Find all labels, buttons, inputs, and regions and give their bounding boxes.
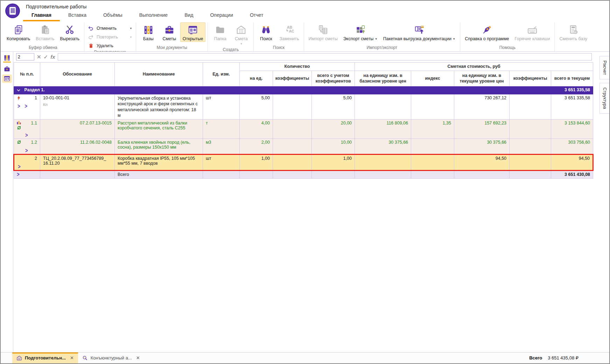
- header-cost-total[interactable]: всего в текущем: [551, 71, 593, 86]
- group-clipboard: Копировать Вставить: [2, 22, 84, 51]
- header-cost-base[interactable]: на единицу изм. в базисном уровне цен: [355, 71, 411, 86]
- batch-upload-dropdown-icon[interactable]: ▼: [453, 37, 455, 41]
- table-row[interactable]: 1.1 > 07.2.07.13-0015 Расстрел металличе…: [14, 120, 593, 139]
- about-button[interactable]: Справка о программе: [462, 22, 511, 42]
- redo-button[interactable]: Повторить ▼: [88, 34, 132, 40]
- undo-button[interactable]: Отменить ▼: [88, 25, 132, 31]
- header-cost-cur[interactable]: на единицу изм. в текущем уровне цен: [454, 71, 510, 86]
- tab-glavnaya[interactable]: Главная: [23, 10, 60, 21]
- header-name[interactable]: Наименование: [115, 63, 203, 86]
- redo-dropdown-icon[interactable]: ▼: [120, 36, 132, 39]
- expand-chevron-icon[interactable]: >: [17, 103, 20, 109]
- copy-label: Копировать: [7, 36, 30, 41]
- header-qty-coef[interactable]: коэффициенты: [273, 71, 312, 86]
- expand-chevron-icon[interactable]: >: [25, 132, 28, 138]
- new-folder-button[interactable]: Папка: [210, 22, 230, 42]
- row-cost-base: [355, 94, 411, 120]
- find-button[interactable]: Поиск: [256, 22, 276, 42]
- undo-dropdown-icon[interactable]: ▼: [120, 27, 132, 30]
- change-base-label: Сменить базу: [559, 36, 587, 41]
- new-estimate-dropdown-icon[interactable]: ▼: [240, 42, 243, 45]
- tab-obyomy[interactable]: Объёмы: [95, 10, 131, 21]
- tab-vypolnenie[interactable]: Выполнение: [131, 10, 176, 21]
- header-cost-coef[interactable]: коэффициенты: [510, 71, 551, 86]
- table-row[interactable]: 1 > > 10-01-001-01 Кп: [14, 94, 593, 120]
- export-estimate-label: Экспорт сметы ▼: [343, 36, 378, 41]
- row-cost-base: [355, 155, 411, 171]
- side-tab-calc[interactable]: Расчет: [600, 56, 609, 79]
- expand-chevron-icon[interactable]: >: [18, 164, 21, 169]
- rail-opened-button[interactable]: [2, 74, 12, 83]
- expand-chevron-icon[interactable]: >: [25, 148, 28, 153]
- table-row[interactable]: 1.2 > 11.2.06.02-0048 Балка клееная хвой…: [14, 139, 593, 155]
- new-estimate-button[interactable]: Смета ▼: [231, 22, 251, 47]
- recalc-cycle-icon: [17, 140, 21, 144]
- tab-vid[interactable]: Вид: [176, 10, 202, 21]
- redo-icon: [88, 34, 94, 40]
- row-unit: шт: [203, 155, 240, 171]
- header-cost-group[interactable]: Сметная стоимость, руб: [355, 63, 593, 71]
- row-qty-total: 10,00: [312, 139, 355, 155]
- header-unit[interactable]: Ед. изм.: [203, 63, 240, 86]
- doc-tab-konyunkturny[interactable]: Конъюнктурный а... ✕: [78, 352, 144, 363]
- header-basis[interactable]: Обоснование: [40, 63, 115, 86]
- expand-chevron-icon[interactable]: >: [25, 103, 28, 109]
- delete-button[interactable]: Удалить: [88, 43, 132, 49]
- section-row[interactable]: Раздел 1. 3 651 335,58: [14, 86, 593, 94]
- row-total: 3 651 335,58: [551, 94, 593, 120]
- left-rail: [1, 52, 13, 352]
- expand-chevron-icon[interactable]: >: [17, 171, 20, 177]
- row-number: 1: [35, 95, 37, 100]
- formula-cancel-icon[interactable]: ✕: [37, 54, 41, 59]
- chart-bars-icon: [17, 121, 21, 124]
- row-unit: шт: [203, 94, 240, 120]
- estimate-house-icon: [236, 24, 247, 35]
- opened-label: Открытые: [183, 36, 203, 41]
- header-qty-total[interactable]: всего с учетом коэффициентов: [312, 71, 355, 86]
- header-qty-per[interactable]: на ед.: [240, 71, 273, 86]
- side-tab-structure[interactable]: Структура: [600, 83, 609, 114]
- estimate-grid: № п.п. Обоснование Наименование Ед. изм.…: [13, 62, 600, 352]
- tab-vstavka[interactable]: Вставка: [60, 10, 95, 21]
- row-qty-total: 1,00: [312, 155, 355, 171]
- header-num[interactable]: № п.п.: [14, 63, 40, 86]
- rail-bases-button[interactable]: [2, 53, 12, 63]
- copy-button[interactable]: Копировать: [4, 22, 33, 42]
- opened-button[interactable]: Открытые: [180, 22, 206, 42]
- tab-operacii[interactable]: Операции: [202, 10, 241, 21]
- new-folder-label: Папка: [214, 36, 226, 41]
- opened-windows-icon: [3, 75, 10, 82]
- formula-accept-icon[interactable]: ✓: [44, 54, 48, 59]
- header-qty-group[interactable]: Количество: [240, 63, 355, 71]
- doc-tab-podgotovitelnye[interactable]: Подготовительн... ✕: [12, 352, 78, 363]
- undo-label: Отменить: [97, 26, 117, 31]
- statusbar-total-label: Всего: [529, 355, 542, 361]
- replace-button[interactable]: AB AC Заменить: [277, 22, 301, 42]
- hotkeys-label: Горячие клавиши: [515, 36, 550, 41]
- row-qty-per: 1,00: [240, 155, 273, 171]
- cell-reference-input[interactable]: [16, 53, 34, 60]
- export-estimate-button[interactable]: Экспорт сметы ▼: [341, 22, 380, 42]
- paste-button[interactable]: Вставить: [33, 22, 57, 42]
- row-name: Балка клееная хвойных пород (ель, сосна)…: [115, 139, 203, 155]
- bases-button[interactable]: Базы: [138, 22, 159, 42]
- export-dropdown-icon[interactable]: ▼: [375, 37, 378, 41]
- hotkeys-button[interactable]: Горячие клавиши: [512, 22, 553, 42]
- section-collapse-icon[interactable]: [17, 87, 20, 92]
- estimates-button[interactable]: Сметы: [159, 22, 180, 42]
- selected-table-row[interactable]: 2 > ТЦ_20.2.08.09_77_773456789_ 16.11.20…: [14, 155, 593, 171]
- change-base-button[interactable]: Сменить базу: [557, 22, 590, 42]
- import-icon: [317, 24, 329, 35]
- trash-icon: [88, 43, 94, 49]
- import-estimate-button[interactable]: Импорт сметы: [306, 22, 340, 42]
- close-icon[interactable]: ✕: [135, 355, 140, 361]
- cut-button[interactable]: Вырезать: [57, 22, 82, 42]
- rail-estimates-button[interactable]: [2, 65, 12, 73]
- formula-input[interactable]: [58, 53, 592, 60]
- totals-label: Всего: [115, 171, 203, 179]
- tab-otchet[interactable]: Отчет: [241, 10, 272, 21]
- close-icon[interactable]: ✕: [69, 355, 74, 361]
- header-cost-index[interactable]: индекс: [411, 71, 454, 86]
- rocket-icon: [481, 24, 492, 35]
- batch-upload-button[interactable]: Пакетная выгрузка документации ▼: [381, 22, 458, 42]
